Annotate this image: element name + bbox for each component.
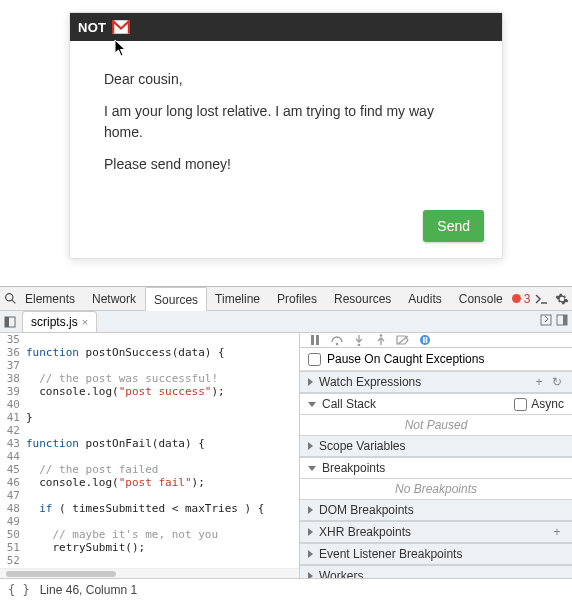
tab-audits[interactable]: Audits [400, 287, 450, 311]
svg-rect-2 [128, 20, 130, 34]
cursor-position: Line 46, Column 1 [40, 583, 137, 597]
pause-on-exceptions-icon[interactable] [418, 333, 432, 347]
code-editor[interactable]: 3536function postOnSuccess(data) {3738 /… [0, 333, 299, 568]
horizontal-scrollbar[interactable] [0, 568, 299, 578]
pause-on-caught-checkbox[interactable] [308, 353, 321, 366]
code-line[interactable] [26, 398, 299, 411]
file-tab-scripts[interactable]: scripts.js × [22, 311, 97, 332]
code-line[interactable]: console.log("post fail"); [26, 476, 299, 489]
gutter-line[interactable]: 52 [0, 554, 26, 567]
section-label: Watch Expressions [319, 375, 421, 389]
gutter-line[interactable]: 40 [0, 398, 26, 411]
show-debugger-icon[interactable] [556, 314, 568, 329]
svg-rect-1 [112, 20, 114, 34]
gutter-line[interactable]: 42 [0, 424, 26, 437]
disclosure-icon [308, 378, 313, 386]
gutter-line[interactable]: 36 [0, 346, 26, 359]
search-icon[interactable] [4, 289, 17, 309]
step-over-icon[interactable] [330, 333, 344, 347]
gutter-line[interactable]: 44 [0, 450, 26, 463]
send-button[interactable]: Send [423, 210, 484, 242]
gutter-line[interactable]: 43 [0, 437, 26, 450]
pretty-print-icon[interactable]: { } [8, 583, 30, 597]
tab-sources[interactable]: Sources [145, 287, 207, 312]
tab-elements[interactable]: Elements [17, 287, 84, 311]
section-event-listener-breakpoints[interactable]: Event Listener Breakpoints [300, 543, 572, 565]
gutter-line[interactable]: 49 [0, 515, 26, 528]
gutter-line[interactable]: 45 [0, 463, 26, 476]
section-callstack[interactable]: Call Stack Async [300, 393, 572, 415]
mouse-cursor-icon [114, 39, 128, 57]
svg-rect-11 [5, 317, 9, 327]
code-line[interactable]: // the post was successful! [26, 372, 299, 385]
svg-rect-14 [563, 315, 567, 325]
pause-on-caught-row[interactable]: Pause On Caught Exceptions [300, 348, 572, 371]
code-line[interactable]: function postOnSuccess(data) { [26, 346, 299, 359]
step-into-icon[interactable] [352, 333, 366, 347]
deactivate-breakpoints-icon[interactable] [396, 333, 410, 347]
section-breakpoints[interactable]: Breakpoints [300, 457, 572, 479]
tab-resources[interactable]: Resources [326, 287, 400, 311]
gutter-line[interactable]: 51 [0, 541, 26, 554]
show-drawer-icon[interactable] [534, 291, 550, 307]
gutter-line[interactable]: 35 [0, 333, 26, 346]
refresh-watch-icon[interactable]: ↻ [550, 375, 564, 389]
svg-point-17 [336, 343, 339, 346]
section-label: Scope Variables [319, 439, 406, 453]
gutter-line[interactable]: 39 [0, 385, 26, 398]
code-line[interactable]: if ( timesSubmitted < maxTries ) { [26, 502, 299, 515]
code-line[interactable]: console.log("post success"); [26, 385, 299, 398]
section-xhr-breakpoints[interactable]: XHR Breakpoints + [300, 521, 572, 543]
error-counter[interactable]: 3 [512, 292, 531, 306]
section-workers[interactable]: Workers [300, 565, 572, 578]
section-label: Breakpoints [322, 461, 385, 475]
section-label: Workers [319, 569, 363, 578]
email-body: Dear cousin, I am your long lost relativ… [70, 41, 502, 204]
pause-icon[interactable] [308, 333, 322, 347]
gutter-line[interactable]: 50 [0, 528, 26, 541]
file-tab-label: scripts.js [31, 315, 78, 329]
show-navigator-icon[interactable] [0, 311, 20, 332]
code-line[interactable]: function postOnFail(data) { [26, 437, 299, 450]
svg-rect-24 [423, 337, 425, 343]
code-line[interactable]: // the post failed [26, 463, 299, 476]
gutter-line[interactable]: 37 [0, 359, 26, 372]
code-line[interactable] [26, 554, 299, 567]
code-line[interactable] [26, 450, 299, 463]
tab-network[interactable]: Network [84, 287, 145, 311]
svg-rect-25 [426, 337, 428, 343]
pause-on-caught-label: Pause On Caught Exceptions [327, 352, 484, 366]
history-icon[interactable] [540, 314, 552, 329]
gutter-line[interactable]: 48 [0, 502, 26, 515]
async-checkbox[interactable] [514, 398, 527, 411]
tab-timeline[interactable]: Timeline [207, 287, 269, 311]
gutter-line[interactable]: 38 [0, 372, 26, 385]
section-scope[interactable]: Scope Variables [300, 435, 572, 457]
code-line[interactable] [26, 489, 299, 502]
section-dom-breakpoints[interactable]: DOM Breakpoints [300, 499, 572, 521]
code-line[interactable] [26, 333, 299, 346]
code-line[interactable]: // maybe it's me, not you [26, 528, 299, 541]
code-line[interactable]: retrySubmit(); [26, 541, 299, 554]
add-xhr-bp-icon[interactable]: + [550, 525, 564, 539]
step-out-icon[interactable] [374, 333, 388, 347]
gear-icon[interactable] [554, 291, 570, 307]
gutter-line[interactable]: 47 [0, 489, 26, 502]
gutter-line[interactable]: 46 [0, 476, 26, 489]
email-compose-card: NOT Dear cousin, I am your long lost rel… [69, 12, 503, 259]
code-line[interactable] [26, 359, 299, 372]
section-label: DOM Breakpoints [319, 503, 414, 517]
tab-profiles[interactable]: Profiles [269, 287, 326, 311]
section-watch[interactable]: Watch Expressions + ↻ [300, 371, 572, 393]
devtools-panel: ElementsNetworkSourcesTimelineProfilesRe… [0, 286, 572, 600]
close-tab-icon[interactable]: × [82, 316, 88, 328]
gutter-line[interactable]: 41 [0, 411, 26, 424]
code-line[interactable] [26, 515, 299, 528]
disclosure-icon [308, 442, 313, 450]
debugger-side-pane: Pause On Caught Exceptions Watch Express… [300, 333, 572, 578]
add-watch-icon[interactable]: + [532, 375, 546, 389]
code-line[interactable]: } [26, 411, 299, 424]
code-line[interactable] [26, 424, 299, 437]
disclosure-open-icon [308, 402, 316, 407]
tab-console[interactable]: Console [451, 287, 512, 311]
